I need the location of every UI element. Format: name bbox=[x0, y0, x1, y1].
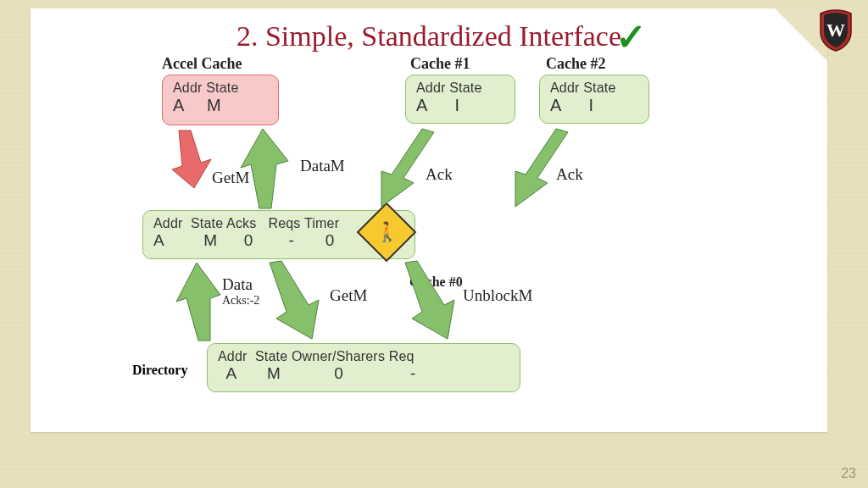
page-number: 23 bbox=[841, 466, 856, 481]
box-cache2-state: I bbox=[589, 96, 594, 114]
box-cache1-addr: A bbox=[416, 96, 426, 114]
arrow-ack1-down bbox=[370, 127, 437, 210]
label-accel-cache: Accel Cache bbox=[162, 55, 242, 73]
arrow-ack2-down bbox=[504, 127, 571, 210]
arrow-datam-up bbox=[246, 127, 300, 210]
svg-marker-2 bbox=[381, 129, 434, 207]
box-cache1-state: I bbox=[455, 96, 460, 114]
svg-marker-4 bbox=[176, 263, 220, 341]
msg-getm-2: GetM bbox=[330, 286, 367, 305]
arrow-data-up bbox=[173, 261, 224, 342]
svg-marker-1 bbox=[241, 129, 288, 208]
box-accel-addr: A bbox=[173, 96, 183, 114]
msg-unblockm: UnblockM bbox=[463, 286, 532, 305]
pedestrian-icon: 🚶 bbox=[376, 221, 398, 243]
label-directory: Directory bbox=[132, 363, 187, 378]
box-cache1-header: Addr State bbox=[416, 80, 506, 96]
arrow-unblockm-down bbox=[400, 261, 461, 342]
slide-canvas: 2. Simple, Standardized Interface ✓ Acce… bbox=[31, 8, 827, 432]
crest-icon: W bbox=[819, 8, 853, 53]
svg-marker-3 bbox=[515, 129, 568, 207]
checkmark-icon: ✓ bbox=[615, 15, 647, 59]
label-cache1: Cache #1 bbox=[410, 55, 470, 73]
box-cache2-addr: A bbox=[550, 96, 560, 114]
arrow-getm-down bbox=[172, 127, 223, 195]
svg-text:W: W bbox=[826, 19, 845, 41]
box-accel-cache: Addr State A M bbox=[162, 75, 279, 125]
box-cache2-header: Addr State bbox=[550, 80, 640, 96]
msg-datam: DataM bbox=[300, 157, 345, 175]
svg-marker-5 bbox=[270, 261, 319, 339]
box-cache1: Addr State A I bbox=[405, 75, 515, 124]
msg-data: Data bbox=[222, 275, 253, 294]
box-cache2: Addr State A I bbox=[539, 75, 649, 124]
msg-acks-2: Acks:-2 bbox=[222, 294, 259, 308]
svg-marker-0 bbox=[172, 130, 211, 188]
box-directory-header: Addr State Owner/Sharers Req bbox=[218, 349, 511, 364]
box-directory: Addr State Owner/Sharers Req A M 0 - bbox=[207, 343, 520, 392]
box-directory-row: A M 0 - bbox=[218, 364, 511, 383]
box-accel-header: Addr State bbox=[173, 80, 270, 96]
slide-title: 2. Simple, Standardized Interface bbox=[31, 20, 827, 53]
label-cache2: Cache #2 bbox=[546, 55, 606, 73]
arrow-getm2-down bbox=[264, 261, 326, 342]
box-accel-state: M bbox=[207, 96, 221, 114]
svg-marker-6 bbox=[405, 261, 454, 339]
